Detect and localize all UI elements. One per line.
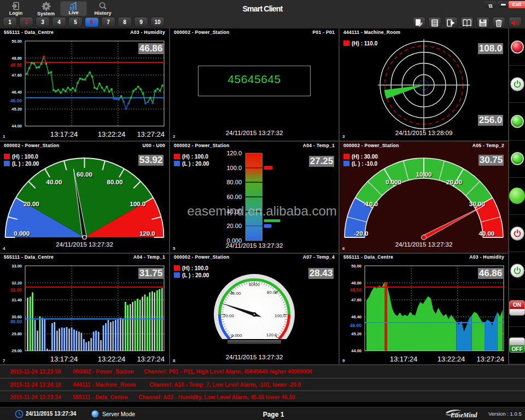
- svg-text:46.40: 46.40: [351, 314, 361, 319]
- svg-text:44.00: 44.00: [351, 348, 361, 353]
- svg-text:-10.0: -10.0: [364, 201, 378, 207]
- svg-text:46.40: 46.40: [11, 90, 22, 95]
- svg-text:32.00: 32.00: [10, 287, 22, 293]
- svg-text:13:27:24: 13:27:24: [476, 355, 504, 363]
- svg-text:46.00: 46.00: [350, 323, 362, 328]
- svg-text:60.00: 60.00: [226, 194, 242, 200]
- svg-text:48.80: 48.80: [11, 56, 22, 61]
- svg-text:120.0: 120.0: [266, 332, 278, 337]
- svg-text:33.00: 33.00: [11, 264, 22, 269]
- svg-text:20.00: 20.00: [24, 201, 39, 207]
- svg-text:60.00: 60.00: [77, 171, 92, 178]
- svg-text:31.40: 31.40: [11, 298, 22, 302]
- svg-text:13:17:24: 13:17:24: [50, 130, 78, 138]
- svg-text:0.000: 0.000: [386, 179, 401, 185]
- svg-text:40.00: 40.00: [230, 291, 241, 296]
- svg-text:13:22:24: 13:22:24: [98, 130, 126, 138]
- svg-text:10.00: 10.00: [416, 171, 432, 178]
- svg-text:100.0: 100.0: [130, 201, 145, 207]
- svg-text:-20.0: -20.0: [354, 230, 368, 237]
- svg-text:20.00: 20.00: [223, 313, 235, 318]
- svg-text:13:17:24: 13:17:24: [390, 355, 418, 363]
- svg-text:60.00: 60.00: [249, 282, 260, 287]
- svg-text:13:27:24: 13:27:24: [137, 130, 165, 138]
- svg-text:80.00: 80.00: [107, 179, 123, 185]
- svg-text:30.50: 30.50: [10, 319, 22, 324]
- svg-text:20.00: 20.00: [226, 223, 242, 229]
- svg-text:120.0: 120.0: [226, 150, 242, 156]
- svg-text:48.50: 48.50: [10, 62, 22, 68]
- svg-text:32.20: 32.20: [11, 281, 22, 285]
- svg-text:0.000: 0.000: [231, 333, 242, 338]
- svg-text:45.20: 45.20: [11, 107, 22, 112]
- svg-text:40.00: 40.00: [46, 179, 62, 185]
- svg-text:13:27:24: 13:27:24: [137, 355, 165, 363]
- svg-text:EaseMind: EaseMind: [450, 412, 477, 418]
- svg-text:80.00: 80.00: [267, 290, 278, 295]
- svg-text:29.00: 29.00: [11, 348, 22, 353]
- svg-text:13:22:24: 13:22:24: [98, 355, 126, 363]
- svg-text:20.00: 20.00: [446, 179, 462, 185]
- svg-text:45.20: 45.20: [351, 331, 361, 336]
- svg-text:29.80: 29.80: [11, 331, 22, 336]
- svg-text:50.00: 50.00: [11, 39, 22, 44]
- svg-text:13:17:24: 13:17:24: [50, 355, 78, 363]
- svg-text:100.0: 100.0: [226, 165, 242, 171]
- svg-text:48.50: 48.50: [350, 287, 362, 293]
- svg-text:44.00: 44.00: [11, 124, 22, 129]
- svg-text:80.00: 80.00: [226, 179, 242, 185]
- svg-text:0.000: 0.000: [14, 230, 30, 237]
- svg-text:50.00: 50.00: [351, 264, 361, 269]
- svg-text:13:22:24: 13:22:24: [438, 355, 465, 363]
- svg-text:48.80: 48.80: [351, 281, 361, 285]
- svg-text:47.60: 47.60: [11, 73, 22, 78]
- svg-text:40.00: 40.00: [479, 230, 494, 237]
- svg-text:120.0: 120.0: [139, 230, 155, 237]
- svg-text:30.00: 30.00: [469, 201, 485, 207]
- svg-text:100.0: 100.0: [275, 313, 286, 318]
- svg-text:46.00: 46.00: [10, 98, 22, 103]
- svg-text:47.60: 47.60: [351, 298, 361, 302]
